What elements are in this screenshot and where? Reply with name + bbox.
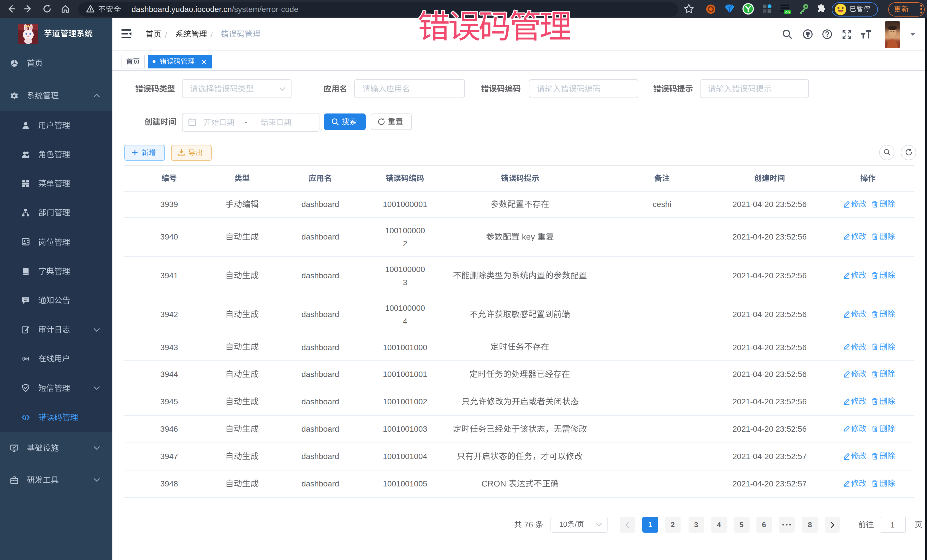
svg-text:on: on <box>785 10 790 14</box>
